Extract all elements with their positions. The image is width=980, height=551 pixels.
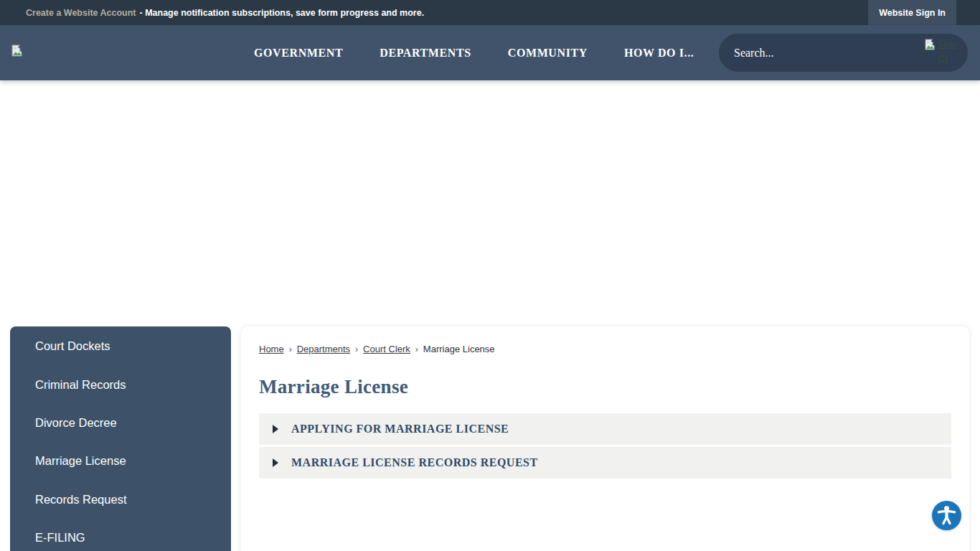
sidebar-menu: Court Dockets Criminal Records Divorce D… bbox=[10, 326, 231, 551]
breadcrumb-separator: › bbox=[415, 344, 418, 354]
breadcrumb-separator: › bbox=[289, 344, 292, 354]
sidebar-item-divorce-decree[interactable]: Divorce Decree bbox=[10, 404, 231, 442]
chevron-right-icon bbox=[273, 458, 278, 467]
page-title: Marriage License bbox=[259, 376, 951, 398]
nav-item-how-do-i[interactable]: HOW DO I... bbox=[624, 47, 694, 60]
accessibility-person-icon bbox=[935, 503, 958, 529]
create-account-link[interactable]: Create a Website Account bbox=[26, 8, 136, 18]
website-sign-in-button[interactable]: Website Sign In bbox=[868, 0, 956, 25]
account-description: - Manage notification subscriptions, sav… bbox=[140, 8, 425, 18]
accordion-label: APPLYING FOR MARRIAGE LICENSE bbox=[291, 423, 509, 435]
accordion-list: APPLYING FOR MARRIAGE LICENSE MARRIAGE L… bbox=[259, 413, 951, 479]
broken-image-icon bbox=[925, 39, 936, 53]
breadcrumb-link-home[interactable]: Home bbox=[259, 344, 284, 354]
sidebar-item-e-filing[interactable]: E-FILING bbox=[10, 519, 231, 551]
breadcrumb: Home › Departments › Court Clerk › Marri… bbox=[259, 344, 951, 354]
breadcrumb-link-court-clerk[interactable]: Court Clerk bbox=[363, 344, 410, 354]
page: Create a Website Account - Manage notifi… bbox=[0, 0, 980, 551]
main-nav: GOVERNMENT DEPARTMENTS COMMUNITY HOW DO … bbox=[254, 25, 694, 80]
chevron-right-icon bbox=[273, 425, 278, 433]
breadcrumb-separator: › bbox=[355, 344, 358, 354]
accordion-applying-for-marriage-license[interactable]: APPLYING FOR MARRIAGE LICENSE bbox=[259, 413, 951, 445]
main-header: GOVERNMENT DEPARTMENTS COMMUNITY HOW DO … bbox=[0, 25, 980, 80]
sidebar-item-marriage-license[interactable]: Marriage License bbox=[10, 442, 231, 480]
search-submit-broken-image-icon[interactable]: Search bbox=[925, 37, 961, 69]
nav-item-departments[interactable]: DEPARTMENTS bbox=[380, 47, 471, 60]
content-card: Home › Departments › Court Clerk › Marri… bbox=[241, 326, 969, 551]
site-logo-broken-image-icon[interactable] bbox=[11, 44, 24, 57]
breadcrumb-current-page: Marriage License bbox=[423, 344, 495, 354]
accordion-label: MARRIAGE LICENSE RECORDS REQUEST bbox=[291, 456, 538, 469]
accessibility-widget-button[interactable] bbox=[932, 501, 961, 530]
breadcrumb-link-departments[interactable]: Departments bbox=[297, 344, 350, 354]
accordion-marriage-license-records-request[interactable]: MARRIAGE LICENSE RECORDS REQUEST bbox=[259, 447, 951, 479]
sidebar-item-court-dockets[interactable]: Court Dockets bbox=[10, 327, 231, 365]
nav-item-community[interactable]: COMMUNITY bbox=[508, 47, 588, 60]
nav-item-government[interactable]: GOVERNMENT bbox=[254, 47, 343, 60]
sidebar-item-records-request[interactable]: Records Request bbox=[10, 481, 231, 519]
sidebar-item-criminal-records[interactable]: Criminal Records bbox=[10, 365, 231, 403]
search-box: Search bbox=[719, 34, 968, 72]
top-utility-bar: Create a Website Account - Manage notifi… bbox=[0, 0, 980, 25]
